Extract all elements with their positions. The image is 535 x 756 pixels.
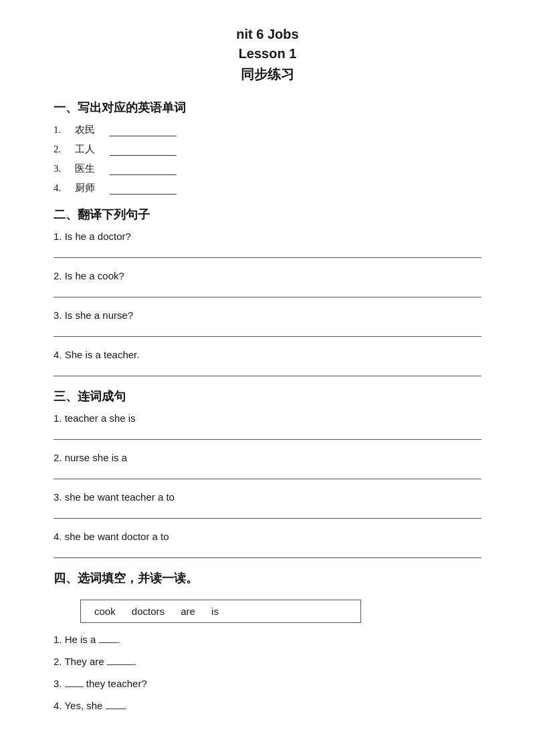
sentence-text-4: 4. She is a teacher. — [54, 349, 481, 360]
word-bank-box: cook doctors are is — [80, 600, 361, 623]
word-order-answer-1 — [54, 428, 481, 440]
vocab-item-2: 2. 工人 — [54, 143, 481, 156]
vocab-chinese-3: 医生 — [75, 162, 102, 175]
word-order-item-1: 1. teacher a she is — [54, 412, 481, 440]
vocab-answer-3 — [110, 163, 177, 175]
word-bank-word-2: doctors — [132, 606, 165, 617]
word-bank-word-3: are — [181, 606, 195, 617]
vocab-answer-4 — [110, 182, 177, 195]
vocab-answer-2 — [110, 144, 177, 156]
section4-fill-list: 1. He is a . 2. They are . 3. they teach… — [54, 632, 481, 711]
fill-blank-3 — [65, 676, 84, 687]
word-bank-word-1: cook — [94, 606, 116, 617]
word-bank-word-4: is — [211, 606, 219, 617]
page-header: nit 6 Jobs Lesson 1 同步练习 — [54, 27, 481, 84]
section1-vocab-list: 1. 农民 2. 工人 3. 医生 4. 厨师 — [54, 124, 481, 195]
word-order-words-1: 1. teacher a she is — [54, 412, 481, 424]
fill-blank-2 — [107, 654, 134, 665]
vocab-item-4: 4. 厨师 — [54, 182, 481, 195]
vocab-num-3: 3. — [54, 163, 67, 174]
vocab-chinese-1: 农民 — [75, 124, 102, 136]
title-line3: 同步练习 — [54, 66, 481, 84]
fill-item-2: 2. They are . — [54, 654, 481, 667]
word-order-item-3: 3. she be want teacher a to — [54, 491, 481, 519]
fill-item-1: 1. He is a . — [54, 632, 481, 645]
fill-blank-4 — [106, 699, 124, 709]
section4-title: 四、选词填空，并读一读。 — [54, 570, 481, 586]
fill-blank-1 — [99, 632, 118, 643]
vocab-num-1: 1. — [54, 124, 67, 136]
word-order-words-3: 3. she be want teacher a to — [54, 491, 481, 503]
word-order-item-2: 2. nurse she is a — [54, 452, 481, 479]
sentence-answer-2 — [54, 285, 481, 297]
word-order-words-2: 2. nurse she is a — [54, 452, 481, 463]
sentence-text-2: 2. Is he a cook? — [54, 270, 481, 281]
vocab-num-2: 2. — [54, 144, 67, 155]
sentence-answer-3 — [54, 325, 481, 337]
sentence-item-2: 2. Is he a cook? — [54, 270, 481, 297]
section3-word-order-list: 1. teacher a she is 2. nurse she is a 3.… — [54, 412, 481, 558]
fill-item-4: 4. Yes, she . — [54, 699, 481, 711]
sentence-text-1: 1. Is he a doctor? — [54, 231, 481, 242]
sentence-text-3: 3. Is she a nurse? — [54, 309, 481, 321]
word-order-answer-2 — [54, 467, 481, 479]
section3-title: 三、连词成句 — [54, 388, 481, 404]
sentence-answer-4 — [54, 364, 481, 376]
sentence-answer-1 — [54, 246, 481, 258]
sentence-item-1: 1. Is he a doctor? — [54, 231, 481, 258]
sentence-item-4: 4. She is a teacher. — [54, 349, 481, 376]
section1-title: 一、写出对应的英语单词 — [54, 100, 481, 116]
vocab-item-3: 3. 医生 — [54, 162, 481, 175]
vocab-num-4: 4. — [54, 182, 67, 194]
fill-item-3: 3. they teacher? — [54, 676, 481, 689]
word-order-words-4: 4. she be want doctor a to — [54, 531, 481, 542]
vocab-item-1: 1. 农民 — [54, 124, 481, 136]
vocab-answer-1 — [110, 124, 177, 136]
vocab-chinese-2: 工人 — [75, 143, 102, 156]
word-order-answer-4 — [54, 546, 481, 558]
title-line2: Lesson 1 — [54, 46, 481, 61]
word-order-answer-3 — [54, 507, 481, 519]
section2-sentence-list: 1. Is he a doctor? 2. Is he a cook? 3. I… — [54, 231, 481, 376]
section2-title: 二、翻译下列句子 — [54, 207, 481, 223]
sentence-item-3: 3. Is she a nurse? — [54, 309, 481, 337]
word-order-item-4: 4. she be want doctor a to — [54, 531, 481, 558]
title-line1: nit 6 Jobs — [54, 27, 481, 42]
vocab-chinese-4: 厨师 — [75, 182, 102, 195]
